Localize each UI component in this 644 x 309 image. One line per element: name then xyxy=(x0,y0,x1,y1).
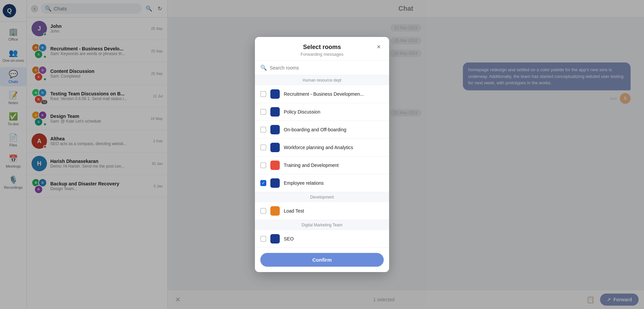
room-color-icon xyxy=(270,125,280,134)
room-checkbox[interactable] xyxy=(260,236,266,242)
room-color-icon xyxy=(270,161,280,170)
room-item[interactable]: Workforce planning and Analytics xyxy=(255,139,389,157)
room-name: SEO xyxy=(284,236,384,241)
room-checkbox[interactable] xyxy=(260,144,266,150)
room-color-icon xyxy=(270,206,280,216)
room-checkbox[interactable] xyxy=(260,180,266,186)
group-header-dmt: Digital Marketing Team xyxy=(255,220,389,230)
room-name: Recruitment - Business Developmen... xyxy=(284,91,384,97)
modal-title: Select rooms xyxy=(262,44,382,51)
room-checkbox[interactable] xyxy=(260,162,266,168)
group-header-dev: Development xyxy=(255,192,389,202)
room-item[interactable]: Load Test xyxy=(255,202,389,220)
room-color-icon xyxy=(270,89,280,99)
room-item[interactable]: Employee relations xyxy=(255,174,389,192)
modal-overlay: Select rooms Forwarding messages × 🔍 Hum… xyxy=(0,0,644,309)
room-color-icon xyxy=(270,234,280,244)
room-item[interactable]: Recruitment - Business Developmen... xyxy=(255,85,389,103)
confirm-button[interactable]: Confirm xyxy=(260,253,384,267)
room-name: Training and Development xyxy=(284,163,384,168)
modal-subtitle: Forwarding messages xyxy=(262,52,382,57)
room-name: Employee relations xyxy=(284,180,384,186)
modal-close-button[interactable]: × xyxy=(374,42,384,52)
room-item[interactable]: On-boarding and Off-boarding xyxy=(255,121,389,139)
room-color-icon xyxy=(270,107,280,117)
room-item[interactable]: Training and Development xyxy=(255,157,389,174)
room-checkbox[interactable] xyxy=(260,127,266,133)
modal-body: Human resource dept Recruitment - Busine… xyxy=(255,75,389,247)
modal-search[interactable]: 🔍 xyxy=(255,60,389,75)
room-color-icon xyxy=(270,143,280,152)
modal-footer: Confirm xyxy=(255,247,389,272)
room-color-icon xyxy=(270,178,280,188)
room-name: Load Test xyxy=(284,208,384,214)
room-checkbox[interactable] xyxy=(260,91,266,97)
modal-header: Select rooms Forwarding messages × xyxy=(255,37,389,60)
select-rooms-modal: Select rooms Forwarding messages × 🔍 Hum… xyxy=(255,37,389,272)
room-item[interactable]: SEO xyxy=(255,230,389,247)
modal-search-input[interactable] xyxy=(270,65,384,71)
room-name: Policy Discussion xyxy=(284,109,384,115)
room-name: On-boarding and Off-boarding xyxy=(284,127,384,132)
group-header-hr: Human resource dept xyxy=(255,75,389,85)
room-checkbox[interactable] xyxy=(260,109,266,115)
room-name: Workforce planning and Analytics xyxy=(284,145,384,150)
room-item[interactable]: Policy Discussion xyxy=(255,103,389,121)
modal-search-icon: 🔍 xyxy=(260,64,267,71)
room-checkbox[interactable] xyxy=(260,208,266,214)
